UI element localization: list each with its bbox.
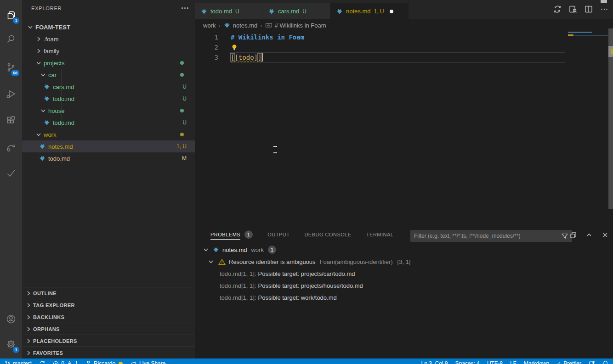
sync-status[interactable]	[39, 360, 45, 364]
eol-status[interactable]: LF	[510, 360, 517, 364]
search-activity-button[interactable]	[0, 28, 22, 50]
breadcrumb-symbol[interactable]: abc # Wikilinks in Foam	[265, 22, 326, 29]
split-editor-icon[interactable]	[584, 4, 594, 14]
testing-activity-button[interactable]	[0, 162, 22, 184]
tree-item-car-todo-md[interactable]: todo.md U	[22, 93, 195, 105]
sidebar-sections: OUTLINE TAG EXPLORER BACKLINKS ORPHANS P…	[22, 287, 195, 358]
maximize-panel-chevron-up-icon[interactable]	[584, 230, 594, 240]
problem-detail-row[interactable]: todo.md[1, 1]: Possible target: projects…	[195, 268, 613, 280]
tab-output[interactable]: OUTPUT	[267, 227, 289, 242]
notifications-button[interactable]	[602, 360, 608, 364]
indentation-status[interactable]: Spaces: 4	[455, 360, 480, 364]
live-share-icon	[130, 360, 137, 364]
line-number: 2	[195, 44, 218, 51]
breadcrumb-file[interactable]: notes.md	[223, 22, 257, 29]
settings-activity-button[interactable]: 1	[0, 333, 22, 355]
tree-item-house-todo-md[interactable]: todo.md U	[22, 117, 195, 129]
sidebar-header: EXPLORER	[22, 0, 195, 16]
panel-tabs: PROBLEMS 1 OUTPUT DEBUG CONSOLE TERMINAL	[195, 227, 393, 242]
more-actions-icon[interactable]	[182, 7, 188, 9]
check-icon	[6, 168, 17, 179]
problem-file-row[interactable]: notes.md work 1	[195, 244, 613, 256]
warning-triangle-icon	[218, 258, 226, 265]
feedback-button[interactable]	[589, 360, 595, 364]
lightbulb-icon[interactable]	[218, 44, 238, 51]
tree-item-work-todo-md[interactable]: todo.md M	[22, 152, 195, 164]
live-share-status[interactable]: Live Share	[130, 360, 165, 364]
tab-problems[interactable]: PROBLEMS 1	[210, 227, 253, 242]
minimap-line3-mark	[574, 35, 612, 36]
accounts-activity-button[interactable]	[0, 308, 22, 330]
chevron-right-icon	[25, 337, 32, 345]
code-editor[interactable]: 1 # Wikilinks in Foam 2 3 [[todo]]	[195, 31, 613, 226]
dirty-indicator-dot[interactable]	[390, 10, 393, 13]
explorer-activity-button[interactable]: 1	[0, 4, 22, 26]
editor-scrollbar[interactable]	[608, 28, 613, 209]
feedback-icon	[589, 360, 595, 364]
chevron-right-icon	[25, 314, 32, 321]
chevron-right-icon	[25, 302, 32, 309]
more-actions-icon[interactable]	[599, 4, 609, 14]
tree-item-family[interactable]: family	[22, 45, 195, 57]
markdown-file-icon	[200, 8, 208, 15]
tree-item-projects[interactable]: projects	[22, 57, 195, 69]
chevron-down-icon	[202, 246, 210, 253]
problem-warning-row[interactable]: Resource identifier is ambiguous Foam(am…	[195, 256, 613, 268]
explorer-sidebar: EXPLORER FOAM-TEST .foam family projects	[22, 0, 195, 358]
code-line-3: 3 [[todo]]	[195, 52, 613, 62]
markdown-file-icon	[268, 8, 275, 15]
section-orphans[interactable]: ORPHANS	[22, 323, 195, 335]
source-control-activity-button[interactable]: 56	[0, 56, 22, 78]
warning-triangle-icon	[67, 361, 73, 364]
tree-item-cars-md[interactable]: cars.md U	[22, 81, 195, 93]
chevron-down-icon	[35, 59, 42, 67]
markdown-file-icon	[43, 83, 51, 90]
account-status[interactable]: Riccardo	[85, 360, 123, 364]
problems-git-decoration: 1, U	[176, 143, 195, 150]
section-placeholders[interactable]: PLACEHOLDERS	[22, 335, 195, 347]
open-changes-icon[interactable]	[552, 4, 562, 14]
tree-item-work[interactable]: work	[22, 129, 195, 140]
restore-panel-icon[interactable]	[568, 230, 578, 240]
run-debug-activity-button[interactable]	[0, 83, 22, 105]
tab-todo-md[interactable]: todo.md U	[195, 3, 262, 19]
breadcrumb-folder[interactable]: work	[203, 22, 216, 29]
tab-terminal[interactable]: TERMINAL	[366, 227, 394, 242]
tree-item-car[interactable]: car	[22, 69, 195, 81]
tab-decoration: U	[302, 8, 306, 15]
open-preview-icon[interactable]	[568, 4, 578, 14]
encoding-status[interactable]: UTF-8	[487, 360, 503, 364]
tab-notes-md[interactable]: notes.md 1, U	[330, 3, 409, 19]
text-cursor	[262, 53, 263, 62]
bottom-panel: PROBLEMS 1 OUTPUT DEBUG CONSOLE TERMINAL…	[195, 226, 613, 358]
minimap-warning-mark	[568, 34, 573, 36]
filter-input[interactable]	[410, 233, 561, 239]
tree-item-dot-foam[interactable]: .foam	[22, 33, 195, 45]
extensions-activity-button[interactable]	[0, 110, 22, 132]
chevron-down-icon	[40, 107, 47, 114]
section-favorites[interactable]: FAVORITES	[22, 347, 195, 358]
cursor-position-status[interactable]: Ln 3, Col 9	[421, 360, 448, 364]
tab-cars-md[interactable]: cars.md U	[262, 3, 330, 19]
problems-status[interactable]: 0 1	[53, 360, 78, 364]
tree-item-workspace-root[interactable]: FOAM-TEST	[22, 21, 195, 33]
section-outline[interactable]: OUTLINE	[22, 287, 195, 299]
formatter-status[interactable]: ✓Prettier	[556, 360, 581, 364]
git-decoration: M	[182, 155, 195, 162]
language-mode-status[interactable]: Markdown	[524, 360, 549, 364]
tree-item-house[interactable]: house	[22, 105, 195, 117]
filter-funnel-icon[interactable]	[561, 232, 568, 240]
live-share-activity-button[interactable]	[0, 136, 22, 158]
section-tag-explorer[interactable]: TAG EXPLORER	[22, 299, 195, 311]
git-branch-status[interactable]: master*	[5, 360, 32, 364]
problem-detail-row[interactable]: todo.md[1, 1]: Possible target: work/tod…	[195, 291, 613, 303]
presence-dot	[119, 362, 123, 364]
breadcrumb-separator: ›	[260, 22, 262, 29]
svg-text:abc: abc	[267, 24, 271, 27]
close-panel-icon[interactable]	[600, 230, 610, 240]
code-line-2: 2	[195, 42, 613, 52]
section-backlinks[interactable]: BACKLINKS	[22, 311, 195, 323]
problem-detail-row[interactable]: todo.md[1, 1]: Possible target: projects…	[195, 280, 613, 291]
tree-item-notes-md[interactable]: notes.md 1, U	[22, 140, 195, 152]
tab-debug-console[interactable]: DEBUG CONSOLE	[304, 227, 351, 242]
